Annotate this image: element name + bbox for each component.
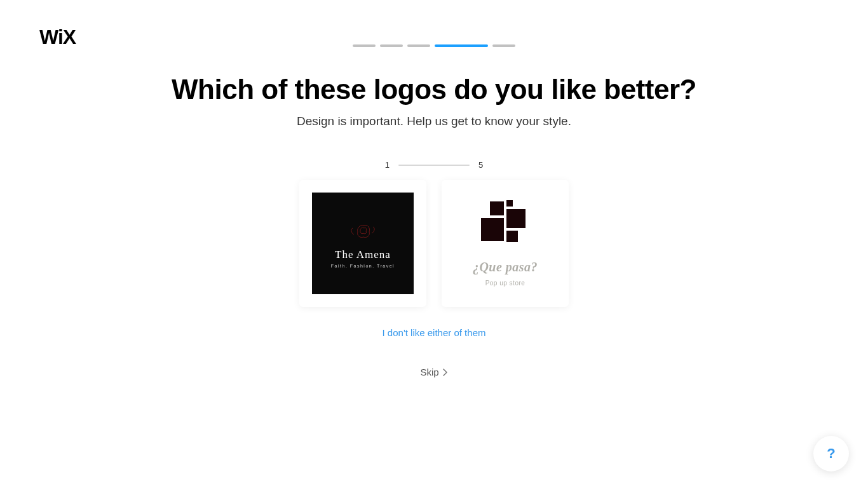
chevron-right-icon: [443, 369, 448, 376]
logo-b-title: ¿Que pasa?: [473, 260, 538, 274]
step-current: 1: [385, 160, 390, 170]
skip-label: Skip: [420, 367, 438, 377]
page-title: Which of these logos do you like better?: [0, 74, 868, 105]
progress-segment: [380, 44, 403, 47]
logo-a-tile: The Amena Faith. Fashion. Travel: [312, 193, 414, 294]
logo-b-tagline: Pop up store: [485, 280, 526, 287]
progress-segment: [492, 44, 515, 47]
progress-segment: [353, 44, 376, 47]
step-indicator: 1 5: [0, 160, 868, 170]
help-button[interactable]: ?: [813, 436, 849, 471]
wix-logo: WiX: [39, 25, 76, 49]
skip-button[interactable]: Skip: [420, 367, 447, 377]
rose-icon: [348, 219, 378, 243]
progress-segment: [407, 44, 430, 47]
step-total: 5: [478, 160, 483, 170]
logo-option-a[interactable]: The Amena Faith. Fashion. Travel: [299, 180, 426, 307]
logo-option-b[interactable]: ¿Que pasa? Pop up store: [442, 180, 569, 307]
step-track: [398, 165, 470, 166]
page-subtitle: Design is important. Help us get to know…: [0, 114, 868, 128]
progress-segment-active: [435, 44, 488, 47]
logo-b-tile: ¿Que pasa? Pop up store: [454, 200, 556, 287]
blocks-icon: [480, 200, 531, 250]
dislike-both-link[interactable]: I don't like either of them: [383, 327, 486, 338]
logo-a-title: The Amena: [335, 248, 391, 261]
logo-a-tagline: Faith. Fashion. Travel: [331, 264, 395, 268]
progress-bar: [0, 0, 868, 47]
